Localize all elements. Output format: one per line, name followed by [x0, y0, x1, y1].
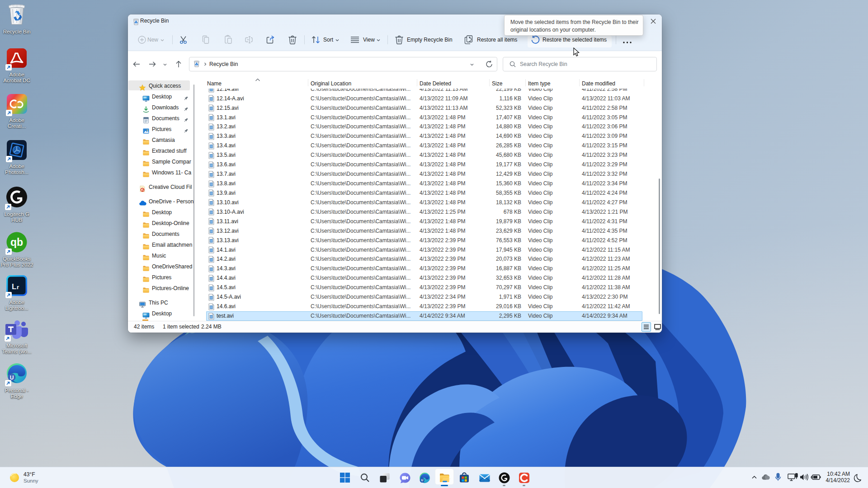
svg-text:qb: qb [10, 236, 23, 248]
svg-text:L: L [12, 282, 16, 291]
svg-text:r: r [17, 284, 19, 291]
svg-text:U: U [421, 479, 423, 482]
